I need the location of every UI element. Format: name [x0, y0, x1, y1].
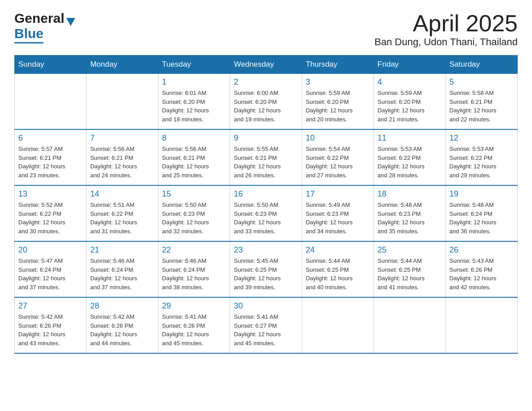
day-number: 15: [162, 189, 226, 199]
day-info: Sunrise: 5:47 AM Sunset: 6:24 PM Dayligh…: [18, 257, 82, 291]
calendar-week-row: 1Sunrise: 6:01 AM Sunset: 6:20 PM Daylig…: [15, 74, 518, 130]
day-number: 5: [450, 77, 514, 87]
day-number: 12: [450, 133, 514, 143]
day-info: Sunrise: 5:43 AM Sunset: 6:26 PM Dayligh…: [450, 257, 514, 291]
calendar-cell: 20Sunrise: 5:47 AM Sunset: 6:24 PM Dayli…: [15, 241, 86, 297]
calendar-cell: 7Sunrise: 5:56 AM Sunset: 6:21 PM Daylig…: [86, 129, 158, 185]
day-number: 6: [18, 133, 82, 143]
day-info: Sunrise: 6:00 AM Sunset: 6:20 PM Dayligh…: [234, 89, 298, 124]
calendar-cell: 5Sunrise: 5:58 AM Sunset: 6:21 PM Daylig…: [446, 74, 517, 130]
day-info: Sunrise: 5:56 AM Sunset: 6:21 PM Dayligh…: [90, 145, 154, 180]
calendar-week-row: 6Sunrise: 5:57 AM Sunset: 6:21 PM Daylig…: [15, 129, 518, 185]
logo-general-text: General: [14, 11, 64, 26]
day-info: Sunrise: 5:51 AM Sunset: 6:22 PM Dayligh…: [90, 201, 154, 235]
day-info: Sunrise: 5:50 AM Sunset: 6:23 PM Dayligh…: [234, 201, 298, 235]
calendar-cell: 26Sunrise: 5:43 AM Sunset: 6:26 PM Dayli…: [446, 241, 517, 297]
day-info: Sunrise: 5:57 AM Sunset: 6:21 PM Dayligh…: [18, 145, 82, 180]
day-info: Sunrise: 5:49 AM Sunset: 6:23 PM Dayligh…: [306, 201, 370, 235]
day-number: 30: [234, 301, 298, 311]
day-of-week-header: Saturday: [446, 56, 517, 74]
day-info: Sunrise: 5:50 AM Sunset: 6:23 PM Dayligh…: [162, 201, 226, 235]
day-info: Sunrise: 5:59 AM Sunset: 6:20 PM Dayligh…: [378, 89, 442, 124]
calendar-week-row: 13Sunrise: 5:52 AM Sunset: 6:22 PM Dayli…: [15, 185, 518, 241]
day-number: 11: [378, 133, 442, 143]
calendar-cell: [302, 297, 373, 353]
day-number: 18: [378, 189, 442, 199]
day-info: Sunrise: 5:44 AM Sunset: 6:25 PM Dayligh…: [378, 257, 442, 291]
calendar-cell: [374, 297, 446, 353]
day-number: 29: [162, 301, 226, 311]
calendar-cell: 23Sunrise: 5:45 AM Sunset: 6:25 PM Dayli…: [230, 241, 302, 297]
calendar-cell: 6Sunrise: 5:57 AM Sunset: 6:21 PM Daylig…: [15, 129, 86, 185]
calendar-cell: 29Sunrise: 5:41 AM Sunset: 6:26 PM Dayli…: [158, 297, 230, 353]
day-number: 9: [234, 133, 298, 143]
calendar-cell: 13Sunrise: 5:52 AM Sunset: 6:22 PM Dayli…: [15, 185, 86, 241]
page-subtitle: Ban Dung, Udon Thani, Thailand: [374, 36, 518, 48]
day-number: 20: [18, 245, 82, 255]
day-info: Sunrise: 5:53 AM Sunset: 6:22 PM Dayligh…: [378, 145, 442, 180]
calendar-cell: 14Sunrise: 5:51 AM Sunset: 6:22 PM Dayli…: [86, 185, 158, 241]
logo-blue-text: Blue: [14, 26, 43, 41]
day-info: Sunrise: 5:45 AM Sunset: 6:25 PM Dayligh…: [234, 257, 298, 291]
calendar-cell: 25Sunrise: 5:44 AM Sunset: 6:25 PM Dayli…: [374, 241, 446, 297]
day-number: 19: [450, 189, 514, 199]
day-number: 13: [18, 189, 82, 199]
day-number: 27: [18, 301, 82, 311]
day-of-week-header: Wednesday: [230, 56, 302, 74]
calendar-table: SundayMondayTuesdayWednesdayThursdayFrid…: [14, 55, 518, 354]
calendar-cell: 11Sunrise: 5:53 AM Sunset: 6:22 PM Dayli…: [374, 129, 446, 185]
title-block: April 2025 Ban Dung, Udon Thani, Thailan…: [374, 11, 518, 48]
calendar-cell: 10Sunrise: 5:54 AM Sunset: 6:22 PM Dayli…: [302, 129, 373, 185]
calendar-cell: 1Sunrise: 6:01 AM Sunset: 6:20 PM Daylig…: [158, 74, 230, 130]
day-number: 10: [306, 133, 370, 143]
page-header: General Blue April 2025 Ban Dung, Udon T…: [14, 11, 518, 48]
calendar-header-row: SundayMondayTuesdayWednesdayThursdayFrid…: [15, 56, 518, 74]
day-info: Sunrise: 5:42 AM Sunset: 6:26 PM Dayligh…: [90, 313, 154, 347]
day-number: 28: [90, 301, 154, 311]
day-number: 7: [90, 133, 154, 143]
calendar-cell: 30Sunrise: 5:41 AM Sunset: 6:27 PM Dayli…: [230, 297, 302, 353]
calendar-cell: 4Sunrise: 5:59 AM Sunset: 6:20 PM Daylig…: [374, 74, 446, 130]
calendar-cell: [86, 74, 158, 130]
day-info: Sunrise: 5:54 AM Sunset: 6:22 PM Dayligh…: [306, 145, 370, 180]
day-number: 3: [306, 77, 370, 87]
logo: General Blue: [14, 11, 75, 43]
calendar-cell: 21Sunrise: 5:46 AM Sunset: 6:24 PM Dayli…: [86, 241, 158, 297]
day-of-week-header: Monday: [86, 56, 158, 74]
day-number: 1: [162, 77, 226, 87]
calendar-cell: 19Sunrise: 5:48 AM Sunset: 6:24 PM Dayli…: [446, 185, 517, 241]
day-number: 8: [162, 133, 226, 143]
day-number: 23: [234, 245, 298, 255]
calendar-cell: 16Sunrise: 5:50 AM Sunset: 6:23 PM Dayli…: [230, 185, 302, 241]
day-info: Sunrise: 5:55 AM Sunset: 6:21 PM Dayligh…: [234, 145, 298, 180]
page-title: April 2025: [374, 11, 518, 36]
day-number: 26: [450, 245, 514, 255]
day-number: 17: [306, 189, 370, 199]
day-info: Sunrise: 5:41 AM Sunset: 6:26 PM Dayligh…: [162, 313, 226, 347]
calendar-week-row: 20Sunrise: 5:47 AM Sunset: 6:24 PM Dayli…: [15, 241, 518, 297]
calendar-cell: [446, 297, 517, 353]
calendar-cell: 18Sunrise: 5:48 AM Sunset: 6:23 PM Dayli…: [374, 185, 446, 241]
logo-triangle-icon: [66, 18, 75, 26]
calendar-cell: 2Sunrise: 6:00 AM Sunset: 6:20 PM Daylig…: [230, 74, 302, 130]
day-info: Sunrise: 5:56 AM Sunset: 6:21 PM Dayligh…: [162, 145, 226, 180]
day-info: Sunrise: 5:42 AM Sunset: 6:26 PM Dayligh…: [18, 313, 82, 347]
day-number: 25: [378, 245, 442, 255]
day-of-week-header: Thursday: [302, 56, 373, 74]
calendar-cell: [15, 74, 86, 130]
calendar-cell: 9Sunrise: 5:55 AM Sunset: 6:21 PM Daylig…: [230, 129, 302, 185]
day-info: Sunrise: 5:48 AM Sunset: 6:24 PM Dayligh…: [450, 201, 514, 235]
day-info: Sunrise: 5:48 AM Sunset: 6:23 PM Dayligh…: [378, 201, 442, 235]
day-info: Sunrise: 5:59 AM Sunset: 6:20 PM Dayligh…: [306, 89, 370, 124]
day-info: Sunrise: 5:46 AM Sunset: 6:24 PM Dayligh…: [90, 257, 154, 291]
day-number: 14: [90, 189, 154, 199]
calendar-cell: 3Sunrise: 5:59 AM Sunset: 6:20 PM Daylig…: [302, 74, 373, 130]
day-info: Sunrise: 5:52 AM Sunset: 6:22 PM Dayligh…: [18, 201, 82, 235]
day-number: 4: [378, 77, 442, 87]
calendar-cell: 28Sunrise: 5:42 AM Sunset: 6:26 PM Dayli…: [86, 297, 158, 353]
calendar-cell: 17Sunrise: 5:49 AM Sunset: 6:23 PM Dayli…: [302, 185, 373, 241]
day-info: Sunrise: 5:41 AM Sunset: 6:27 PM Dayligh…: [234, 313, 298, 347]
day-number: 22: [162, 245, 226, 255]
day-number: 16: [234, 189, 298, 199]
day-info: Sunrise: 5:46 AM Sunset: 6:24 PM Dayligh…: [162, 257, 226, 291]
